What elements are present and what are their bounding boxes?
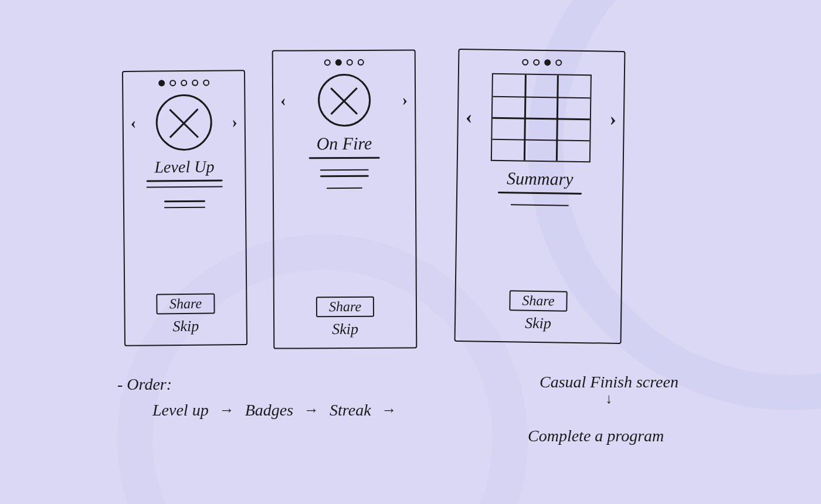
page-dot[interactable] xyxy=(192,80,198,86)
arrow-icon: → xyxy=(304,401,319,419)
flow-step: Badges xyxy=(245,401,293,420)
text-line-placeholder xyxy=(320,169,369,171)
text-line-placeholder xyxy=(320,175,369,177)
mockup-on-fire: ‹ › On Fire Share Skip xyxy=(272,49,418,349)
flow-branch: Casual Finish screen ↓ xyxy=(540,373,678,406)
text-line-placeholder xyxy=(326,187,362,189)
sketch-canvas: ‹ › Level Up Share Skip ‹ › On Fire xyxy=(0,0,821,504)
text-line-placeholder xyxy=(146,179,222,182)
page-indicator[interactable] xyxy=(158,80,209,87)
prev-chevron-icon[interactable]: ‹ xyxy=(279,91,287,110)
page-indicator[interactable] xyxy=(522,59,562,66)
flow-step: Streak xyxy=(330,401,371,420)
text-line-placeholder xyxy=(164,206,206,208)
share-button[interactable]: Share xyxy=(157,294,215,315)
notes-label: - Order: xyxy=(117,375,172,394)
page-dot[interactable] xyxy=(169,80,176,86)
next-chevron-icon[interactable]: › xyxy=(608,108,618,130)
text-line-placeholder xyxy=(498,192,582,195)
next-chevron-icon[interactable]: › xyxy=(230,113,239,131)
page-indicator[interactable] xyxy=(324,59,364,66)
prev-chevron-icon[interactable]: ‹ xyxy=(130,114,138,132)
next-chevron-icon[interactable]: › xyxy=(401,90,409,109)
page-dot[interactable] xyxy=(544,59,551,66)
flow-step: Casual Finish screen xyxy=(540,373,678,391)
page-dot[interactable] xyxy=(533,59,540,66)
hero-row: ‹ › xyxy=(279,73,409,127)
arrow-icon: → xyxy=(382,401,397,419)
text-line-placeholder xyxy=(308,157,380,159)
mockup-summary: ‹ › Summary Share Skip xyxy=(454,49,626,344)
page-dot[interactable] xyxy=(203,80,209,86)
share-button[interactable]: Share xyxy=(509,290,568,311)
grid-placeholder-icon xyxy=(490,73,591,162)
prev-chevron-icon[interactable]: ‹ xyxy=(464,105,474,128)
page-dot[interactable] xyxy=(357,59,364,66)
skip-button[interactable]: Skip xyxy=(525,315,551,333)
hero-placeholder-icon xyxy=(317,74,370,127)
down-arrow-icon: ↓ xyxy=(605,391,612,406)
page-dot[interactable] xyxy=(181,80,187,86)
page-dot[interactable] xyxy=(346,59,352,66)
arrow-icon: → xyxy=(219,401,235,419)
page-dot[interactable] xyxy=(522,59,528,66)
flow-step: Level up xyxy=(152,401,209,420)
share-button[interactable]: Share xyxy=(316,297,374,318)
text-line-placeholder xyxy=(511,204,569,206)
screen-title: Level Up xyxy=(154,158,214,177)
mockup-level-up: ‹ › Level Up Share Skip xyxy=(122,70,247,346)
text-line-placeholder xyxy=(164,200,206,202)
screen-title: Summary xyxy=(507,168,574,189)
skip-button[interactable]: Skip xyxy=(332,321,358,338)
text-line-placeholder xyxy=(147,186,223,188)
screen-title: On Fire xyxy=(317,134,372,154)
page-dot[interactable] xyxy=(158,80,165,86)
hero-row: ‹ › xyxy=(129,94,239,151)
page-dot[interactable] xyxy=(555,59,562,66)
skip-button[interactable]: Skip xyxy=(172,318,199,335)
flow-step: Complete a program xyxy=(528,427,664,445)
page-dot[interactable] xyxy=(324,59,330,66)
hero-row: ‹ › xyxy=(464,73,618,163)
hero-placeholder-icon xyxy=(155,94,212,151)
page-dot[interactable] xyxy=(335,59,341,66)
